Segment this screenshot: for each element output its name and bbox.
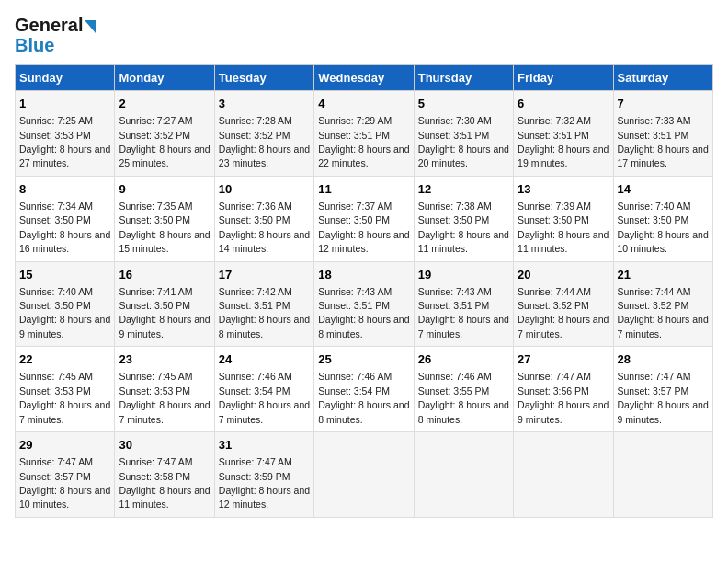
day-info: Sunrise: 7:35 AMSunset: 3:50 PMDaylight:… bbox=[119, 201, 210, 254]
calendar-cell bbox=[414, 432, 513, 518]
calendar-cell: 13Sunrise: 7:39 AMSunset: 3:50 PMDayligh… bbox=[514, 176, 613, 261]
day-info: Sunrise: 7:27 AMSunset: 3:52 PMDaylight:… bbox=[119, 115, 210, 168]
logo-text-blue: Blue bbox=[15, 35, 54, 55]
day-number: 18 bbox=[318, 267, 409, 283]
day-info: Sunrise: 7:43 AMSunset: 3:51 PMDaylight:… bbox=[318, 286, 409, 339]
calendar-week-row: 22Sunrise: 7:45 AMSunset: 3:53 PMDayligh… bbox=[16, 347, 713, 432]
day-number: 13 bbox=[518, 181, 609, 198]
weekday-header-row: SundayMondayTuesdayWednesdayThursdayFrid… bbox=[16, 65, 713, 91]
calendar-cell: 3Sunrise: 7:28 AMSunset: 3:52 PMDaylight… bbox=[214, 91, 313, 177]
day-info: Sunrise: 7:47 AMSunset: 3:58 PMDaylight:… bbox=[119, 456, 210, 510]
day-number: 19 bbox=[418, 267, 509, 283]
day-info: Sunrise: 7:47 AMSunset: 3:57 PMDaylight:… bbox=[618, 371, 709, 424]
day-number: 8 bbox=[19, 181, 110, 198]
day-info: Sunrise: 7:40 AMSunset: 3:50 PMDaylight:… bbox=[618, 201, 709, 254]
day-info: Sunrise: 7:29 AMSunset: 3:51 PMDaylight:… bbox=[318, 115, 409, 168]
day-number: 3 bbox=[219, 96, 310, 112]
calendar-cell: 1Sunrise: 7:25 AMSunset: 3:53 PMDaylight… bbox=[16, 91, 115, 177]
day-number: 17 bbox=[219, 267, 310, 283]
day-number: 21 bbox=[618, 267, 709, 283]
day-info: Sunrise: 7:43 AMSunset: 3:51 PMDaylight:… bbox=[418, 286, 509, 339]
day-number: 15 bbox=[19, 267, 110, 283]
calendar-cell bbox=[314, 432, 414, 518]
calendar-cell: 23Sunrise: 7:45 AMSunset: 3:53 PMDayligh… bbox=[115, 347, 214, 432]
day-info: Sunrise: 7:44 AMSunset: 3:52 PMDaylight:… bbox=[518, 286, 609, 339]
day-number: 14 bbox=[618, 181, 709, 198]
day-info: Sunrise: 7:36 AMSunset: 3:50 PMDaylight:… bbox=[219, 201, 310, 254]
calendar-cell bbox=[514, 432, 613, 518]
day-info: Sunrise: 7:32 AMSunset: 3:51 PMDaylight:… bbox=[518, 115, 609, 168]
calendar-week-row: 15Sunrise: 7:40 AMSunset: 3:50 PMDayligh… bbox=[16, 261, 713, 347]
calendar-cell: 29Sunrise: 7:47 AMSunset: 3:57 PMDayligh… bbox=[16, 432, 115, 518]
day-info: Sunrise: 7:47 AMSunset: 3:56 PMDaylight:… bbox=[518, 371, 609, 424]
calendar-cell: 11Sunrise: 7:37 AMSunset: 3:50 PMDayligh… bbox=[314, 176, 414, 261]
weekday-header: Wednesday bbox=[314, 65, 414, 91]
calendar-cell: 31Sunrise: 7:47 AMSunset: 3:59 PMDayligh… bbox=[214, 432, 313, 518]
day-number: 22 bbox=[19, 351, 110, 368]
calendar-cell: 6Sunrise: 7:32 AMSunset: 3:51 PMDaylight… bbox=[514, 91, 613, 177]
calendar-cell: 12Sunrise: 7:38 AMSunset: 3:50 PMDayligh… bbox=[414, 176, 513, 261]
weekday-header: Tuesday bbox=[214, 65, 313, 91]
day-info: Sunrise: 7:47 AMSunset: 3:59 PMDaylight:… bbox=[219, 456, 310, 510]
day-number: 9 bbox=[119, 181, 210, 198]
day-info: Sunrise: 7:37 AMSunset: 3:50 PMDaylight:… bbox=[318, 201, 409, 254]
weekday-header: Thursday bbox=[414, 65, 513, 91]
day-info: Sunrise: 7:28 AMSunset: 3:52 PMDaylight:… bbox=[219, 115, 310, 168]
day-info: Sunrise: 7:25 AMSunset: 3:53 PMDaylight:… bbox=[19, 115, 110, 168]
calendar-cell: 10Sunrise: 7:36 AMSunset: 3:50 PMDayligh… bbox=[214, 176, 313, 261]
day-number: 20 bbox=[518, 267, 609, 283]
logo-text: General bbox=[15, 15, 96, 35]
weekday-header: Friday bbox=[514, 65, 613, 91]
day-number: 1 bbox=[19, 96, 110, 112]
day-number: 24 bbox=[219, 351, 310, 368]
day-info: Sunrise: 7:30 AMSunset: 3:51 PMDaylight:… bbox=[418, 115, 509, 168]
calendar-cell: 22Sunrise: 7:45 AMSunset: 3:53 PMDayligh… bbox=[16, 347, 115, 432]
day-info: Sunrise: 7:41 AMSunset: 3:50 PMDaylight:… bbox=[119, 286, 210, 339]
calendar-cell: 2Sunrise: 7:27 AMSunset: 3:52 PMDaylight… bbox=[115, 91, 214, 177]
day-info: Sunrise: 7:46 AMSunset: 3:55 PMDaylight:… bbox=[418, 371, 509, 424]
day-number: 28 bbox=[618, 351, 709, 368]
day-number: 26 bbox=[418, 351, 509, 368]
day-info: Sunrise: 7:44 AMSunset: 3:52 PMDaylight:… bbox=[618, 286, 709, 339]
calendar-cell: 9Sunrise: 7:35 AMSunset: 3:50 PMDaylight… bbox=[115, 176, 214, 261]
day-number: 5 bbox=[418, 96, 509, 112]
day-info: Sunrise: 7:34 AMSunset: 3:50 PMDaylight:… bbox=[19, 201, 110, 254]
day-info: Sunrise: 7:45 AMSunset: 3:53 PMDaylight:… bbox=[119, 371, 210, 424]
calendar-cell: 30Sunrise: 7:47 AMSunset: 3:58 PMDayligh… bbox=[115, 432, 214, 518]
calendar-cell: 14Sunrise: 7:40 AMSunset: 3:50 PMDayligh… bbox=[613, 176, 712, 261]
calendar-cell: 16Sunrise: 7:41 AMSunset: 3:50 PMDayligh… bbox=[115, 261, 214, 347]
day-number: 2 bbox=[119, 96, 210, 112]
logo: General Blue bbox=[15, 15, 96, 55]
day-number: 29 bbox=[19, 437, 110, 454]
day-number: 27 bbox=[518, 351, 609, 368]
day-number: 7 bbox=[618, 96, 709, 112]
day-number: 25 bbox=[318, 351, 409, 368]
day-info: Sunrise: 7:38 AMSunset: 3:50 PMDaylight:… bbox=[418, 201, 509, 254]
calendar-cell: 5Sunrise: 7:30 AMSunset: 3:51 PMDaylight… bbox=[414, 91, 513, 177]
calendar-cell: 24Sunrise: 7:46 AMSunset: 3:54 PMDayligh… bbox=[214, 347, 313, 432]
day-info: Sunrise: 7:42 AMSunset: 3:51 PMDaylight:… bbox=[219, 286, 310, 339]
calendar-cell: 4Sunrise: 7:29 AMSunset: 3:51 PMDaylight… bbox=[314, 91, 414, 177]
calendar-week-row: 8Sunrise: 7:34 AMSunset: 3:50 PMDaylight… bbox=[16, 176, 713, 261]
calendar-table: SundayMondayTuesdayWednesdayThursdayFrid… bbox=[15, 64, 713, 518]
day-number: 30 bbox=[119, 437, 210, 454]
calendar-cell bbox=[613, 432, 712, 518]
day-number: 4 bbox=[318, 96, 409, 112]
calendar-cell: 7Sunrise: 7:33 AMSunset: 3:51 PMDaylight… bbox=[613, 91, 712, 177]
day-number: 23 bbox=[119, 351, 210, 368]
calendar-cell: 15Sunrise: 7:40 AMSunset: 3:50 PMDayligh… bbox=[16, 261, 115, 347]
calendar-cell: 21Sunrise: 7:44 AMSunset: 3:52 PMDayligh… bbox=[613, 261, 712, 347]
calendar-cell: 28Sunrise: 7:47 AMSunset: 3:57 PMDayligh… bbox=[613, 347, 712, 432]
calendar-cell: 17Sunrise: 7:42 AMSunset: 3:51 PMDayligh… bbox=[214, 261, 313, 347]
weekday-header: Saturday bbox=[613, 65, 712, 91]
day-number: 12 bbox=[418, 181, 509, 198]
day-number: 16 bbox=[119, 267, 210, 283]
day-info: Sunrise: 7:33 AMSunset: 3:51 PMDaylight:… bbox=[618, 115, 709, 168]
day-info: Sunrise: 7:46 AMSunset: 3:54 PMDaylight:… bbox=[318, 371, 409, 424]
day-number: 10 bbox=[219, 181, 310, 198]
weekday-header: Sunday bbox=[16, 65, 115, 91]
calendar-cell: 18Sunrise: 7:43 AMSunset: 3:51 PMDayligh… bbox=[314, 261, 414, 347]
page-header: General Blue bbox=[15, 15, 713, 55]
calendar-cell: 8Sunrise: 7:34 AMSunset: 3:50 PMDaylight… bbox=[16, 176, 115, 261]
calendar-cell: 26Sunrise: 7:46 AMSunset: 3:55 PMDayligh… bbox=[414, 347, 513, 432]
